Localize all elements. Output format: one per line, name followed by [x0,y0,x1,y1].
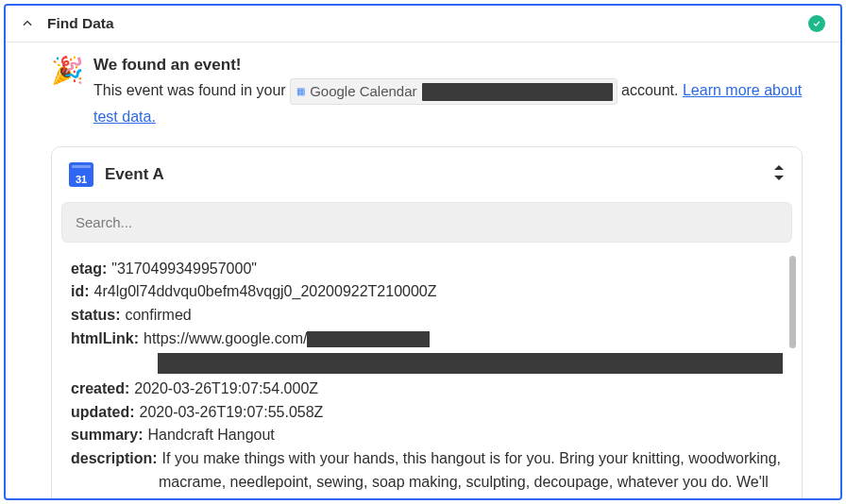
field-description-cont2: show off our crafts, exchange ideas, and… [71,495,783,500]
scrollbar[interactable] [788,254,796,500]
search-wrap [52,202,802,254]
scrollbar-thumb[interactable] [789,256,796,348]
chevron-up-icon[interactable] [21,17,34,30]
party-popper-icon: 🎉 [51,58,84,129]
svg-marker-0 [774,165,784,170]
redacted-link-tail [307,331,430,347]
field-etag: etag: "3170499349957000" [71,258,783,281]
found-subtitle: This event was found in your ▦ Google Ca… [93,78,803,129]
event-card: 31 Event A etag: "3170499349957000" i [51,146,803,500]
calendar-icon: 31 [69,162,93,187]
field-status: status: confirmed [71,304,783,328]
field-description-cont: macrame, needlepoint, sewing, soap makin… [71,471,783,495]
field-summary: summary: Handcraft Hangout [71,424,783,447]
redacted-block [158,353,783,374]
field-htmllink: htmlLink: https://www.google.com/ [71,328,783,351]
event-selector[interactable]: 31 Event A [52,147,802,202]
redacted-account [422,83,613,101]
field-updated: updated: 2020-03-26T19:07:55.058Z [71,401,783,425]
field-id: id: 4r4lg0l74ddvqu0befm48vqgj0_20200922T… [71,280,783,304]
svg-marker-1 [774,176,784,180]
status-success-icon [808,15,825,32]
panel-header[interactable]: Find Data [6,6,840,42]
found-prefix: This event was found in your [93,82,286,98]
found-suffix: account. [621,82,678,98]
event-data-list: etag: "3170499349957000" id: 4r4lg0l74dd… [52,254,802,500]
found-banner: 🎉 We found an event! This event was foun… [51,56,803,129]
search-input[interactable] [61,202,792,243]
event-title: Event A [105,165,762,184]
google-calendar-mini-icon: ▦ [296,84,305,99]
sort-up-down-icon[interactable] [773,165,785,183]
panel-body: 🎉 We found an event! This event was foun… [6,42,840,500]
service-label: Google Calendar [310,80,416,103]
account-pill: ▦ Google Calendar [290,78,617,105]
panel-title: Find Data [47,15,114,32]
field-created: created: 2020-03-26T19:07:54.000Z [71,378,783,401]
find-data-panel: Find Data 🎉 We found an event! This even… [4,4,842,500]
found-title: We found an event! [93,56,803,75]
field-description: description: If you make things with you… [71,447,783,471]
